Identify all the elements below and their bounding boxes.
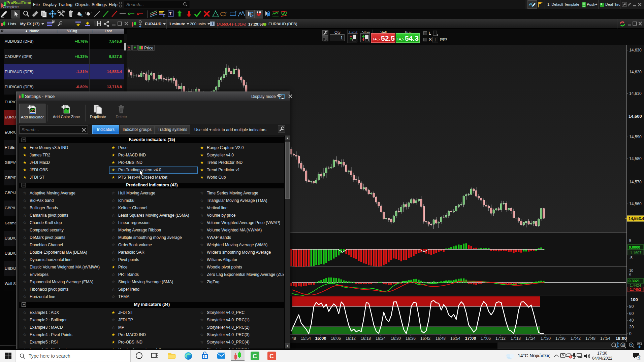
- svg-text:5: 5: [629, 273, 631, 277]
- svg-text:14,590: 14,590: [629, 135, 642, 139]
- svg-text:16:36: 16:36: [406, 336, 416, 341]
- svg-text:16:00: 16:00: [315, 336, 326, 341]
- svg-text:5: 5: [629, 239, 631, 243]
- svg-text:80: 80: [629, 304, 634, 309]
- svg-text:F: F: [163, 14, 165, 18]
- svg-text:-1.1607: -1.1607: [629, 251, 641, 255]
- svg-text:14,630: 14,630: [629, 48, 642, 52]
- svg-text:100: 100: [631, 297, 638, 302]
- svg-text:16:12: 16:12: [346, 336, 356, 341]
- svg-text:16:30: 16:30: [391, 336, 401, 341]
- svg-text:17:48: 17:48: [585, 336, 595, 341]
- svg-text:15:54: 15:54: [301, 336, 311, 341]
- svg-text:14,553.4: 14,553.4: [629, 216, 644, 221]
- svg-text:16:54: 16:54: [450, 336, 460, 341]
- svg-text:17:24: 17:24: [525, 336, 536, 341]
- svg-text:10: 10: [629, 268, 633, 273]
- svg-text:4: 4: [638, 356, 640, 360]
- svg-text:14,570: 14,570: [629, 180, 642, 184]
- svg-text:20: 20: [629, 325, 634, 329]
- svg-text:C: C: [253, 353, 257, 360]
- svg-text:-5: -5: [629, 256, 633, 260]
- svg-text:17:54: 17:54: [600, 336, 610, 341]
- svg-text:16:18: 16:18: [361, 336, 371, 341]
- svg-text:-1.4424: -1.4424: [629, 283, 641, 287]
- svg-text:16:48: 16:48: [436, 336, 446, 341]
- svg-text:Price: Price: [144, 46, 154, 50]
- svg-text:0: 0: [629, 331, 632, 336]
- svg-text:14,600: 14,600: [629, 114, 642, 119]
- svg-text:17:42: 17:42: [571, 336, 581, 341]
- svg-text:17:12: 17:12: [495, 336, 506, 341]
- svg-text:17:18: 17:18: [511, 336, 521, 341]
- svg-text:17:36: 17:36: [555, 336, 566, 341]
- svg-text:16:42: 16:42: [420, 336, 430, 341]
- svg-text:17:00: 17:00: [465, 336, 476, 341]
- svg-text:14,620: 14,620: [629, 70, 642, 74]
- svg-text:17:30: 17:30: [541, 336, 551, 341]
- svg-text:14,580: 14,580: [629, 156, 642, 161]
- svg-text:18:00: 18:00: [615, 336, 626, 341]
- svg-text:14,560: 14,560: [629, 202, 642, 206]
- svg-text:16:24: 16:24: [376, 336, 386, 341]
- svg-text:0.0000: 0.0000: [629, 245, 640, 249]
- svg-text:C: C: [269, 353, 274, 360]
- svg-text:14,610: 14,610: [629, 91, 642, 96]
- svg-text:0.3021: 0.3021: [629, 279, 640, 283]
- svg-text:-1.7452: -1.7452: [629, 287, 641, 291]
- svg-text:60: 60: [629, 311, 634, 316]
- svg-text:T: T: [169, 11, 172, 16]
- svg-text:17:06: 17:06: [481, 336, 491, 341]
- svg-text:16:06: 16:06: [331, 336, 341, 341]
- svg-text:40: 40: [629, 318, 634, 323]
